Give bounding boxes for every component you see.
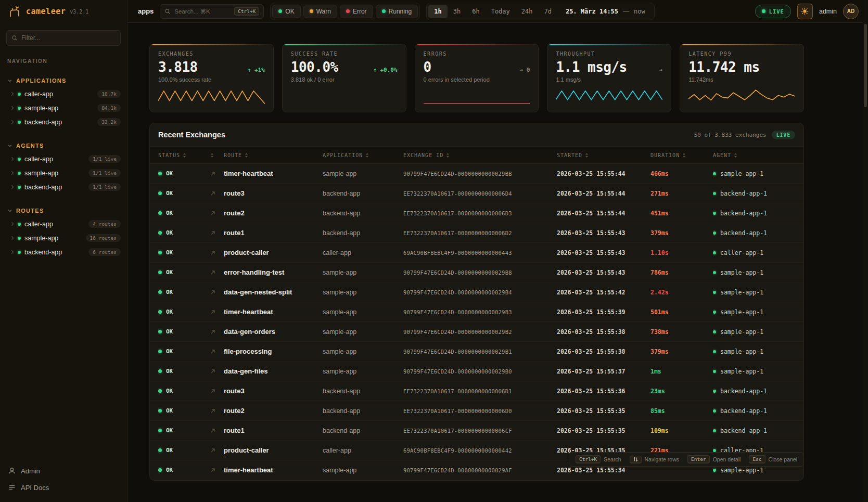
exchange-row[interactable]: OK route3 backend-app EE7322370A10617-00…	[150, 184, 803, 203]
cell-open-detail[interactable]	[210, 367, 224, 376]
cell-application: backend-app	[323, 190, 403, 197]
range-button-24h[interactable]: 24h	[516, 5, 539, 18]
range-button-3h[interactable]: 3h	[448, 5, 466, 18]
cell-started: 2026-03-25 15:55:44	[557, 210, 650, 217]
cell-agent: caller-app-1	[713, 249, 795, 256]
column-header-agent[interactable]: AGENT	[713, 152, 795, 158]
cell-open-detail[interactable]	[210, 426, 224, 435]
column-header-application[interactable]: APPLICATION	[323, 152, 403, 158]
sparkline	[424, 85, 530, 107]
sidebar-item-badge: 1/1 live	[88, 169, 121, 177]
search-kbd: Ctrl+K	[234, 7, 259, 16]
stat-subtext: 11.742ms	[688, 76, 795, 83]
cell-open-detail[interactable]	[210, 248, 224, 258]
exchange-row[interactable]: OK error-handling-test sample-app 90799F…	[150, 263, 803, 282]
cell-open-detail[interactable]	[210, 189, 224, 198]
filter-chip-warn[interactable]: Warn	[303, 5, 337, 18]
scrollbar[interactable]	[863, 0, 868, 502]
global-search[interactable]: Ctrl+K	[160, 4, 264, 19]
exchange-row[interactable]: OK route3 backend-app EE7322370A10617-00…	[150, 381, 803, 401]
sidebar-item-sample-app[interactable]: sample-app 84.1k	[0, 101, 127, 115]
sidebar-item-admin[interactable]: Admin	[0, 462, 127, 479]
column-header-status[interactable]: STATUS	[158, 152, 210, 158]
column-header-duration[interactable]: DURATION	[650, 152, 713, 158]
sidebar-item-backend-app[interactable]: backend-app 6 routes	[0, 245, 127, 259]
search-input[interactable]	[174, 8, 231, 15]
range-separator: —	[623, 8, 629, 15]
open-detail-icon	[210, 191, 215, 196]
live-toggle[interactable]: LIVE	[755, 5, 791, 18]
cell-open-detail[interactable]	[210, 268, 224, 277]
chevron-right-icon	[11, 236, 14, 240]
live-dot	[762, 9, 765, 13]
cell-exchange-id: EE7322370A10617-00000000000006CF	[403, 428, 557, 434]
sidebar-item-backend-app[interactable]: backend-app 1/1 live	[0, 180, 127, 194]
sidebar-item-backend-app[interactable]: backend-app 32.2k	[0, 115, 127, 129]
cell-open-detail[interactable]	[210, 209, 224, 218]
cell-route: file-processing	[224, 347, 323, 355]
sidebar-item-sample-app[interactable]: sample-app 16 routes	[0, 231, 127, 245]
cell-exchange-id: 90799F47E6CD24D-00000000000029B1	[403, 349, 557, 355]
range-button-1h[interactable]: 1h	[428, 5, 447, 18]
exchange-row[interactable]: OK file-processing sample-app 90799F47E6…	[150, 342, 803, 362]
exchange-row[interactable]: OK data-gen-nested-split sample-app 9079…	[150, 282, 803, 302]
cell-open-detail[interactable]	[210, 307, 224, 317]
exchange-row[interactable]: OK data-gen-orders sample-app 90799F47E6…	[150, 322, 803, 342]
content: EXCHANGES 3.818 ↑ +1% 100.0% success rat…	[127, 23, 868, 502]
column-header-started[interactable]: STARTED	[557, 152, 650, 158]
exchange-row[interactable]: OK product-caller caller-app 69AC90BF8EB…	[150, 243, 803, 263]
section-header-applications[interactable]: APPLICATIONS	[0, 74, 127, 87]
cell-open-detail[interactable]	[210, 466, 224, 475]
exchange-row[interactable]: OK route1 backend-app EE7322370A10617-00…	[150, 421, 803, 441]
cell-agent: sample-app-1	[713, 308, 795, 316]
range-button-6h[interactable]: 6h	[466, 5, 485, 18]
scrollbar-thumb[interactable]	[864, 24, 867, 107]
sidebar-item-caller-app[interactable]: caller-app 4 routes	[0, 217, 127, 231]
theme-toggle-button[interactable]	[797, 4, 813, 19]
chip-label: Warn	[316, 8, 331, 15]
range-button-7d[interactable]: 7d	[538, 5, 557, 18]
exchange-row[interactable]: OK route2 backend-app EE7322370A10617-00…	[150, 401, 803, 421]
sidebar-item-sample-app[interactable]: sample-app 1/1 live	[0, 166, 127, 180]
sidebar-item-caller-app[interactable]: caller-app 10.7k	[0, 87, 127, 101]
filter-chip-ok[interactable]: OK	[272, 5, 300, 18]
cell-open-detail[interactable]	[210, 347, 224, 356]
column-header-expand[interactable]	[210, 153, 224, 158]
filter-chip-error[interactable]: Error	[340, 5, 373, 18]
sidebar-filter-input[interactable]	[21, 34, 116, 42]
sidebar-filter[interactable]	[6, 30, 121, 46]
column-header-exchange-id[interactable]: EXCHANGE ID	[403, 152, 557, 158]
cell-open-detail[interactable]	[210, 387, 224, 396]
section-header-routes[interactable]: ROUTES	[0, 204, 127, 217]
open-detail-icon	[210, 230, 215, 236]
column-header-route[interactable]: ROUTE	[224, 152, 323, 158]
cell-open-detail[interactable]	[210, 169, 224, 178]
exchange-row[interactable]: OK route2 backend-app EE7322370A10617-00…	[150, 203, 803, 223]
cell-open-detail[interactable]	[210, 327, 224, 337]
exchange-row[interactable]: OK route1 backend-app EE7322370A10617-00…	[150, 223, 803, 243]
cell-status: OK	[158, 190, 210, 197]
sidebar-item-api-docs[interactable]: API Docs	[0, 479, 127, 496]
range-button-today[interactable]: Today	[486, 5, 516, 18]
exchange-row[interactable]: OK data-gen-files sample-app 90799F47E6C…	[150, 362, 803, 381]
topbar: apps Ctrl+K OK Warn Error Running 1h 3h …	[127, 0, 868, 23]
filter-chip-running[interactable]: Running	[376, 5, 418, 18]
cell-open-detail[interactable]	[210, 288, 224, 297]
exchange-row[interactable]: OK timer-heartbeat sample-app 90799F47E6…	[150, 302, 803, 322]
status-dot	[18, 93, 21, 96]
chevron-right-icon	[11, 106, 14, 110]
cell-open-detail[interactable]	[210, 406, 224, 416]
range-buttons: 1h 3h 6h Today 24h 7d	[428, 5, 557, 18]
cell-open-detail[interactable]	[210, 446, 224, 455]
cell-open-detail[interactable]	[210, 228, 224, 238]
section-header-agents[interactable]: AGENTS	[0, 139, 127, 152]
agent-status-dot	[713, 330, 716, 333]
stat-label: EXCHANGES	[158, 51, 265, 57]
sidebar-item-caller-app[interactable]: caller-app 1/1 live	[0, 152, 127, 166]
open-detail-icon	[210, 389, 215, 394]
cell-duration: 379ms	[650, 348, 713, 355]
avatar[interactable]: AD	[843, 4, 859, 19]
cell-started: 2026-03-25 15:55:38	[557, 328, 650, 336]
status-dot	[18, 158, 21, 161]
exchange-row[interactable]: OK timer-heartbeat sample-app 90799F47E6…	[150, 164, 803, 184]
